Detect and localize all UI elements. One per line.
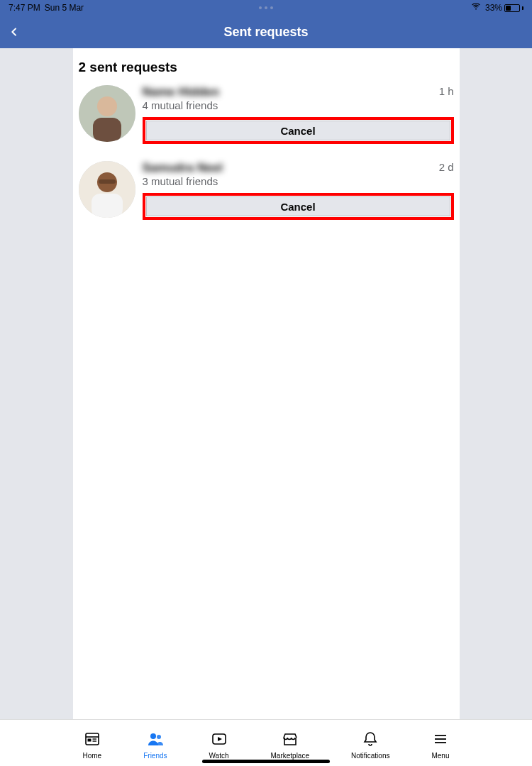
tab-bar: Home Friends Watch Marketplace Notificat… [0, 719, 532, 766]
tab-label: Notifications [351, 752, 389, 760]
cancel-button[interactable]: Cancel [146, 196, 450, 216]
request-time: 2 d [439, 161, 454, 173]
status-time: 7:47 PM [9, 0, 40, 16]
sent-request-row: Samudra Neel 2 d 3 mutual friends Cancel [73, 157, 460, 233]
app-bar: Sent requests [0, 16, 532, 48]
bell-icon [362, 731, 379, 750]
request-name[interactable]: Name Hidden [143, 85, 220, 99]
content-pane: 2 sent requests Name Hidden 1 h 4 mutual… [73, 48, 460, 719]
tab-friends[interactable]: Friends [143, 731, 167, 760]
status-bar: 7:47 PM Sun 5 Mar 33% [0, 0, 532, 16]
svg-rect-2 [93, 118, 121, 142]
svg-rect-5 [92, 194, 123, 218]
watch-icon [211, 731, 228, 750]
request-name[interactable]: Samudra Neel [143, 161, 223, 175]
home-indicator[interactable] [202, 760, 330, 763]
status-date: Sun 5 Mar [45, 0, 84, 16]
tab-label: Home [83, 752, 102, 760]
tab-label: Menu [431, 752, 449, 760]
svg-point-1 [97, 96, 117, 116]
tab-marketplace[interactable]: Marketplace [271, 731, 309, 760]
wifi-icon [471, 0, 481, 16]
cancel-button[interactable]: Cancel [146, 121, 450, 140]
request-time: 1 h [439, 85, 454, 97]
cancel-highlight: Cancel [143, 193, 454, 220]
avatar[interactable] [79, 161, 135, 218]
tab-watch[interactable]: Watch [209, 731, 229, 760]
tab-label: Watch [209, 752, 229, 760]
tab-label: Marketplace [271, 752, 309, 760]
section-title: 2 sent requests [73, 57, 460, 81]
battery-percent: 33% [485, 0, 502, 16]
page-title: Sent requests [223, 25, 308, 40]
back-button[interactable] [9, 16, 20, 48]
marketplace-icon [282, 731, 299, 750]
home-icon [84, 731, 101, 750]
mutual-friends-label: 4 mutual friends [143, 99, 454, 111]
multitask-dots [259, 6, 273, 9]
tab-label: Friends [143, 752, 167, 760]
friends-icon [147, 731, 164, 750]
tab-home[interactable]: Home [83, 731, 102, 760]
svg-point-13 [157, 735, 161, 739]
mutual-friends-label: 3 mutual friends [143, 175, 454, 187]
chevron-left-icon [9, 23, 20, 40]
cancel-highlight: Cancel [143, 117, 454, 144]
svg-rect-9 [87, 739, 91, 742]
svg-rect-6 [99, 179, 116, 184]
menu-icon [432, 731, 449, 750]
svg-point-12 [150, 733, 156, 739]
tab-menu[interactable]: Menu [431, 731, 449, 760]
tab-notifications[interactable]: Notifications [351, 731, 389, 760]
sent-request-row: Name Hidden 1 h 4 mutual friends Cancel [73, 81, 460, 157]
avatar[interactable] [79, 85, 135, 142]
battery-indicator: 33% [485, 0, 523, 16]
